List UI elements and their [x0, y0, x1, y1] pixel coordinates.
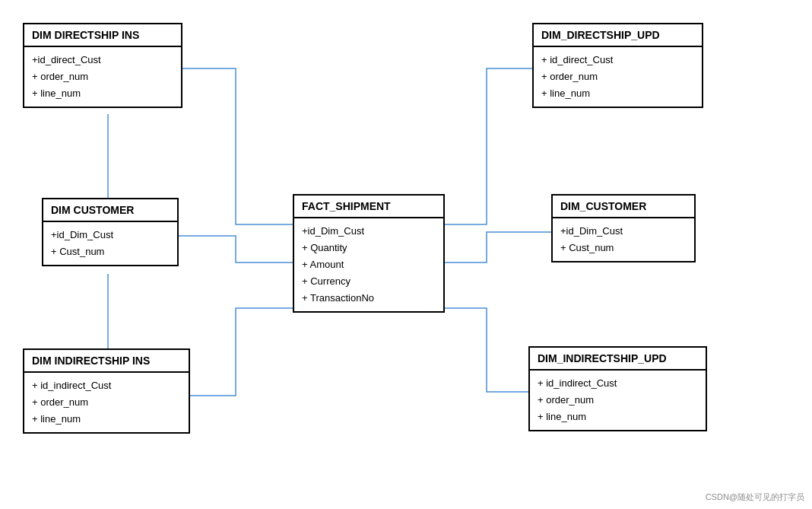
field: + id_direct_Cust — [541, 52, 694, 68]
field: + line_num — [538, 409, 698, 425]
entity-fact-shipment-body: +id_Dim_Cust + Quantity + Amount + Curre… — [294, 218, 443, 311]
field: + line_num — [32, 411, 181, 428]
field: + order_num — [32, 68, 173, 85]
field: +id_Dim_Cust — [51, 227, 170, 243]
entity-dim-indirectship-upd: DIM_INDIRECTSHIP_UPD + id_indirect_Cust … — [528, 346, 707, 431]
entity-dim-directship-ins: DIM DIRECTSHIP INS +id_direct_Cust + ord… — [23, 23, 182, 108]
entity-dim-indirectship-upd-title: DIM_INDIRECTSHIP_UPD — [530, 348, 706, 371]
field: + line_num — [32, 85, 173, 102]
field: + Cust_num — [51, 243, 170, 260]
watermark: CSDN@随处可见的打字员 — [706, 492, 804, 503]
entity-fact-shipment-title: FACT_SHIPMENT — [294, 196, 443, 218]
field: + Currency — [302, 273, 436, 290]
field: + line_num — [541, 85, 694, 102]
entity-dim-customer-right-title: DIM_CUSTOMER — [553, 196, 694, 218]
field: +id_direct_Cust — [32, 52, 173, 68]
entity-fact-shipment: FACT_SHIPMENT +id_Dim_Cust + Quantity + … — [293, 194, 445, 313]
entity-dim-indirectship-upd-body: + id_indirect_Cust + order_num + line_nu… — [530, 371, 706, 430]
entity-dim-directship-ins-body: +id_direct_Cust + order_num + line_num — [24, 47, 181, 107]
entity-dim-directship-ins-title: DIM DIRECTSHIP INS — [24, 24, 181, 47]
entity-dim-indirectship-ins: DIM INDIRECTSHIP INS + id_indirect_Cust … — [23, 348, 190, 434]
entity-dim-indirectship-ins-title: DIM INDIRECTSHIP INS — [24, 350, 189, 373]
field: + id_indirect_Cust — [538, 375, 698, 392]
entity-dim-customer-left-body: +id_Dim_Cust + Cust_num — [43, 222, 177, 265]
entity-dim-customer-right-body: +id_Dim_Cust + Cust_num — [553, 218, 694, 261]
entity-dim-directship-upd: DIM_DIRECTSHIP_UPD + id_direct_Cust + or… — [532, 23, 703, 108]
entity-dim-customer-left: DIM CUSTOMER +id_Dim_Cust + Cust_num — [42, 198, 179, 266]
field: + order_num — [538, 392, 698, 409]
field: + Amount — [302, 256, 436, 273]
field: + id_indirect_Cust — [32, 377, 181, 394]
entity-dim-directship-upd-body: + id_direct_Cust + order_num + line_num — [534, 47, 702, 107]
entity-dim-customer-left-title: DIM CUSTOMER — [43, 199, 177, 222]
entity-dim-indirectship-ins-body: + id_indirect_Cust + order_num + line_nu… — [24, 373, 189, 432]
field: + order_num — [32, 394, 181, 411]
field: +id_Dim_Cust — [560, 223, 687, 240]
entity-dim-directship-upd-title: DIM_DIRECTSHIP_UPD — [534, 24, 702, 47]
field: + Quantity — [302, 240, 436, 256]
field: +id_Dim_Cust — [302, 223, 436, 240]
field: + TransactionNo — [302, 290, 436, 307]
field: + order_num — [541, 68, 694, 85]
entity-dim-customer-right: DIM_CUSTOMER +id_Dim_Cust + Cust_num — [551, 194, 696, 262]
diagram-container: DIM DIRECTSHIP INS +id_direct_Cust + ord… — [0, 0, 812, 509]
field: + Cust_num — [560, 240, 687, 256]
